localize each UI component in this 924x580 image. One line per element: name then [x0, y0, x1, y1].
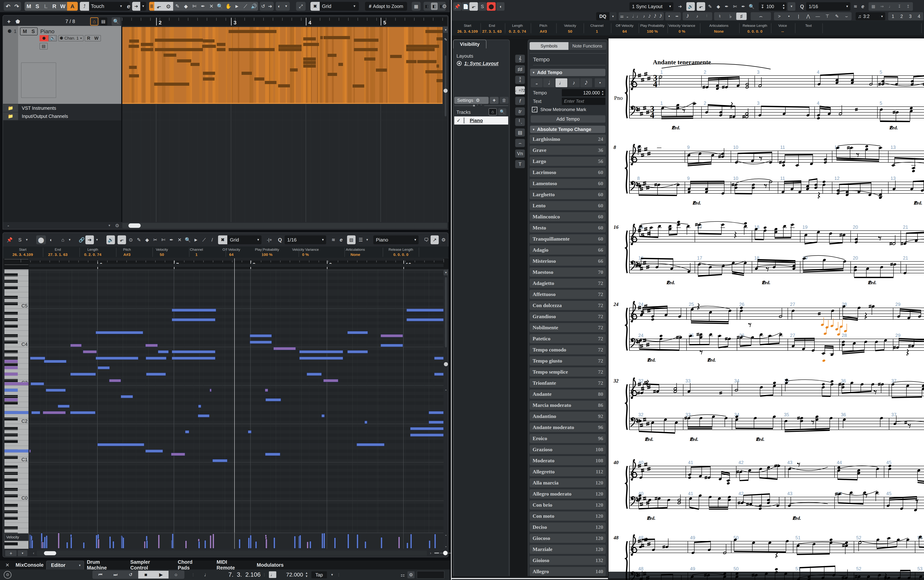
svg-text:4: 4 — [308, 20, 311, 25]
svg-text:C5: C5 — [21, 303, 28, 308]
svg-text:4: 4 — [817, 101, 819, 106]
svg-text:41: 41 — [688, 491, 693, 496]
svg-text:17: 17 — [697, 255, 702, 260]
svg-text:34: 34 — [734, 378, 740, 383]
svg-text:Andante teneramente: Andante teneramente — [653, 59, 711, 66]
svg-text:Ped.: Ped. — [889, 125, 898, 130]
svg-text:C2: C2 — [21, 419, 28, 424]
svg-text:24: 24 — [613, 302, 619, 307]
svg-text:53: 53 — [917, 566, 922, 571]
svg-text:20: 20 — [853, 224, 858, 230]
svg-text:4: 4 — [653, 79, 657, 89]
svg-text:36: 36 — [841, 378, 846, 383]
svg-text:3: 3 — [757, 69, 759, 75]
svg-text:2: 2 — [159, 20, 162, 25]
svg-text:Ped.: Ped. — [692, 200, 701, 206]
svg-text:1: 1 — [660, 101, 663, 106]
svg-text:Ped.: Ped. — [647, 516, 656, 521]
svg-text:32: 32 — [638, 378, 644, 383]
svg-text:41: 41 — [688, 460, 693, 465]
svg-text:Ped.: Ped. — [761, 280, 771, 285]
svg-text:52: 52 — [856, 535, 861, 540]
svg-text:24: 24 — [638, 302, 644, 307]
svg-text:49: 49 — [690, 535, 695, 540]
svg-text:Ped.: Ped. — [792, 516, 801, 521]
svg-text:Ped.: Ped. — [645, 437, 654, 442]
svg-text:32: 32 — [613, 378, 619, 384]
svg-text:8: 8 — [637, 176, 640, 181]
svg-text:12: 12 — [834, 176, 840, 181]
svg-text:21: 21 — [903, 224, 908, 230]
svg-text:4: 4 — [650, 110, 654, 120]
svg-text:27: 27 — [790, 333, 795, 338]
svg-text:13: 13 — [891, 176, 896, 181]
svg-text:Ped.: Ped. — [756, 437, 764, 442]
svg-text:13: 13 — [891, 145, 896, 150]
svg-text:32: 32 — [638, 412, 644, 417]
svg-text:36: 36 — [841, 412, 846, 417]
svg-text:51: 51 — [796, 535, 800, 540]
svg-text:Ped.: Ped. — [690, 437, 698, 442]
svg-text:2: 2 — [704, 69, 706, 75]
svg-text:26: 26 — [739, 302, 744, 307]
svg-text:20: 20 — [853, 255, 858, 260]
svg-text:16: 16 — [614, 224, 619, 230]
svg-text:10: 10 — [733, 145, 738, 150]
svg-text:19: 19 — [802, 224, 807, 230]
svg-text:52: 52 — [856, 566, 861, 571]
svg-text:33: 33 — [685, 378, 690, 383]
svg-text:C4: C4 — [21, 341, 28, 347]
svg-text:45: 45 — [886, 460, 891, 465]
svg-text:25: 25 — [689, 302, 694, 307]
svg-text:C1: C1 — [21, 457, 28, 462]
svg-text:45: 45 — [886, 491, 891, 496]
svg-text:21: 21 — [903, 255, 908, 260]
svg-text:Ped.: Ped. — [914, 200, 922, 206]
svg-text:10: 10 — [733, 176, 738, 181]
svg-text:9: 9 — [687, 145, 690, 150]
svg-text:2: 2 — [704, 101, 706, 106]
svg-text:Ped.: Ped. — [671, 125, 680, 130]
svg-text:48: 48 — [613, 535, 619, 540]
svg-text:40: 40 — [638, 460, 644, 465]
svg-text:Ped.: Ped. — [868, 280, 876, 285]
svg-text:C0: C0 — [21, 495, 28, 501]
svg-text:43: 43 — [787, 460, 792, 465]
svg-text:29: 29 — [895, 333, 901, 338]
svg-text:5: 5 — [383, 20, 386, 25]
svg-text:3: 3 — [234, 20, 237, 25]
svg-text:35: 35 — [784, 412, 789, 417]
svg-text:11: 11 — [780, 176, 785, 181]
svg-text:Ped.: Ped. — [666, 280, 675, 285]
svg-text:40: 40 — [613, 460, 619, 465]
svg-text:5: 5 — [880, 69, 882, 75]
svg-text:43: 43 — [787, 491, 792, 496]
svg-text:11: 11 — [780, 145, 785, 150]
svg-text:Ped.: Ped. — [647, 358, 656, 363]
svg-text:27: 27 — [790, 302, 795, 307]
svg-text:8: 8 — [614, 145, 616, 150]
svg-text:5: 5 — [880, 101, 882, 106]
svg-text:37: 37 — [891, 412, 896, 417]
svg-text:37: 37 — [891, 378, 896, 383]
svg-text:29: 29 — [895, 302, 901, 307]
svg-text:Ped.: Ped. — [707, 358, 716, 363]
svg-text:4: 4 — [817, 69, 819, 75]
svg-text:Pno: Pno — [614, 95, 623, 101]
svg-text:42: 42 — [738, 491, 744, 496]
svg-text:44: 44 — [837, 460, 842, 465]
svg-text:49: 49 — [690, 566, 695, 571]
svg-text:50: 50 — [733, 566, 739, 571]
svg-text:28: 28 — [842, 333, 847, 338]
svg-text:42: 42 — [738, 460, 744, 465]
svg-text:9: 9 — [687, 176, 690, 181]
svg-text:3: 3 — [757, 101, 759, 106]
svg-text:48: 48 — [638, 566, 644, 571]
svg-text:24: 24 — [638, 333, 644, 338]
svg-text:1: 1 — [660, 69, 663, 75]
